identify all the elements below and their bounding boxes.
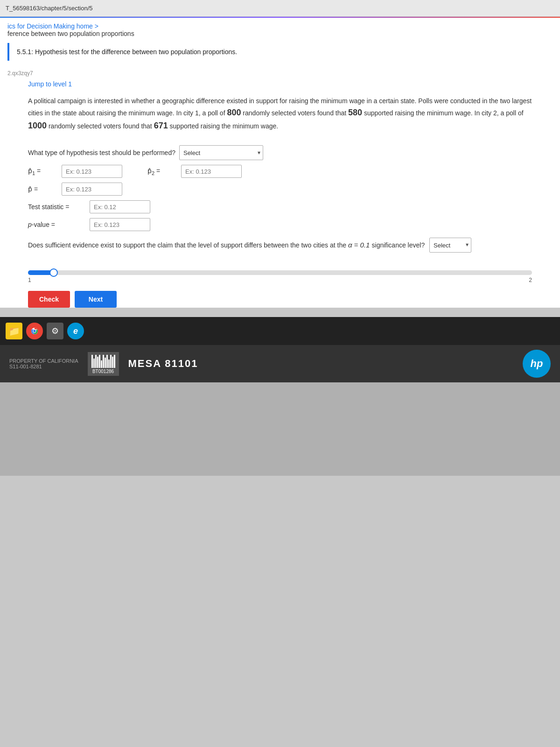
taskbar-icon-folder[interactable]: 📁 — [6, 323, 22, 339]
barcode-line — [93, 359, 95, 368]
breadcrumb: ics for Decision Making home > ference b… — [0, 18, 560, 39]
taskbar-icon-settings[interactable]: ⚙ — [47, 323, 63, 339]
edge-icon: e — [73, 326, 78, 336]
barcode-line — [106, 355, 108, 368]
device-label: MESA 81101 — [128, 358, 198, 370]
p2-label: p̂2 = — [147, 167, 175, 176]
evidence-question-part1: Does sufficient evidence exist to suppor… — [28, 241, 346, 249]
page-wrapper: ics for Decision Making home > ference b… — [0, 18, 560, 308]
barcode-line — [95, 355, 97, 368]
next-button[interactable]: Next — [75, 291, 117, 308]
pvalue-input[interactable] — [90, 218, 150, 231]
barcode-line — [101, 360, 102, 368]
p1-p2-row: p̂1 = p̂2 = — [28, 165, 532, 178]
alpha-symbol: α = 0.1 — [348, 241, 372, 249]
evidence-question-part2: significance level? — [372, 241, 425, 249]
problem-text-part2: randomly selected voters found that — [241, 109, 348, 117]
barcode-line — [110, 355, 112, 368]
jump-to-level-link[interactable]: Jump to level 1 — [0, 78, 560, 92]
hypothesis-select-wrapper: Select Two-tailed test Left-tailed test … — [179, 145, 263, 160]
taskbar-icon-chrome[interactable] — [26, 323, 43, 339]
barcode-line — [108, 359, 110, 368]
progress-track[interactable] — [28, 270, 532, 275]
test-stat-input[interactable] — [90, 200, 150, 213]
taskbar: 📁 ⚙ e — [0, 317, 560, 345]
hypothesis-question-row: What type of hypothesis test should be p… — [28, 145, 532, 160]
pvalue-row: p-value = — [28, 218, 532, 231]
barcode-line — [112, 357, 113, 368]
hp-logo: hp — [523, 350, 551, 378]
problem-num3: 1000 — [28, 121, 47, 130]
p-input[interactable] — [62, 183, 122, 196]
p1-input[interactable] — [62, 165, 122, 178]
barcode-line — [99, 355, 100, 368]
breadcrumb-current: ference between two population proportio… — [7, 30, 134, 37]
section-title: 5.5.1: Hypothesis test for the differenc… — [17, 48, 237, 56]
hypothesis-type-select[interactable]: Select Two-tailed test Left-tailed test … — [179, 145, 263, 160]
barcode-text: BT001286 — [92, 369, 114, 374]
folder-icon: 📁 — [8, 325, 20, 337]
barcode-lines — [91, 354, 115, 368]
barcode-line — [97, 357, 98, 368]
check-button[interactable]: Check — [28, 291, 70, 308]
progress-labels: 1 2 — [28, 277, 532, 283]
settings-icon: ⚙ — [51, 326, 59, 336]
bottom-area — [0, 382, 560, 476]
problem-text-part3: supported raising the minimum wage. In c… — [362, 109, 524, 117]
progress-label-1: 1 — [28, 277, 31, 283]
taskbar-icon-edge[interactable]: e — [67, 323, 84, 339]
test-statistic-row: Test statistic = — [28, 200, 532, 213]
barcode-line — [91, 355, 93, 368]
barcode-line — [103, 355, 104, 368]
problem-id: 2.qx3zqy7 — [0, 68, 560, 78]
problem-num2: 580 — [348, 108, 362, 117]
hp-text: hp — [531, 358, 543, 370]
p-label: p̂ = — [28, 185, 56, 193]
test-stat-label: Test statistic = — [28, 203, 84, 211]
pvalue-label: p-value = — [28, 221, 84, 228]
evidence-select-wrapper: Select Yes No — [429, 238, 471, 253]
hypothesis-question-label: What type of hypothesis test should be p… — [28, 149, 175, 156]
property-label-area: PROPERTY OF CALIFORNIA S11-001-8281 — [9, 358, 78, 369]
progress-thumb[interactable] — [49, 268, 58, 277]
p2-input[interactable] — [181, 165, 242, 178]
barcode-line — [114, 355, 115, 368]
progress-label-2: 2 — [529, 277, 532, 283]
evidence-question-area: Does sufficient evidence exist to suppor… — [28, 238, 532, 253]
problem-text-part4: randomly selected voters found that — [47, 122, 154, 130]
evidence-select-wrapper-outer: Select Yes No — [429, 238, 471, 253]
p1-label: p̂1 = — [28, 167, 56, 176]
asset-tag-area: PROPERTY OF CALIFORNIA S11-001-8281 BT00… — [0, 345, 560, 382]
browser-url-bar: T_56598163/chapter/5/section/5 — [0, 0, 560, 17]
chrome-icon — [29, 326, 40, 336]
evidence-select[interactable]: Select Yes No — [429, 238, 471, 253]
problem-num4: 671 — [154, 121, 168, 130]
button-row: Check Next — [28, 291, 532, 308]
url-text: T_56598163/chapter/5/section/5 — [6, 5, 92, 12]
svg-point-2 — [34, 330, 36, 332]
problem-text-part5: supported raising the minimum wage. — [168, 122, 279, 130]
property-id-label: S11-001-8281 — [9, 364, 78, 369]
barcode-line — [105, 358, 106, 368]
property-of-label: PROPERTY OF CALIFORNIA — [9, 358, 78, 364]
progress-area: 1 2 — [28, 270, 532, 283]
barcode-area: BT001286 — [88, 352, 119, 376]
problem-text: A political campaign is interested in wh… — [0, 92, 560, 136]
section-content-box: 5.5.1: Hypothesis test for the differenc… — [7, 43, 553, 61]
problem-num1: 800 — [227, 108, 241, 117]
p-row: p̂ = — [28, 183, 532, 196]
form-area: What type of hypothesis test should be p… — [0, 136, 560, 263]
breadcrumb-home-link[interactable]: ics for Decision Making home > — [7, 22, 98, 30]
